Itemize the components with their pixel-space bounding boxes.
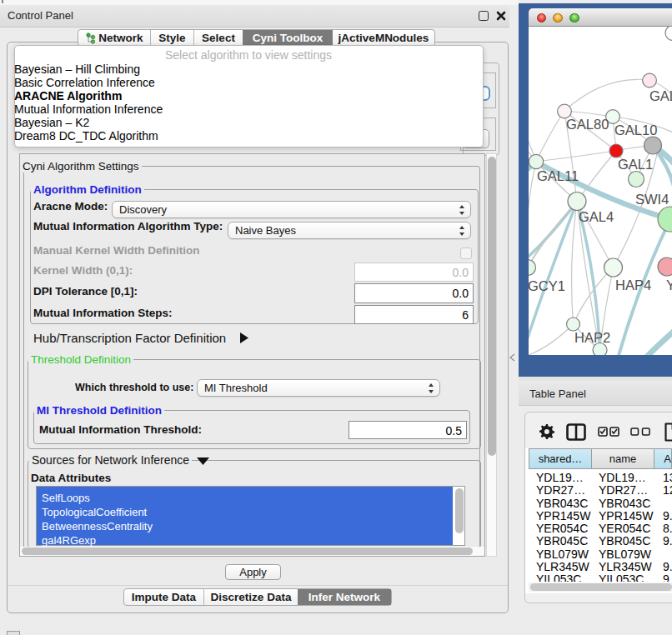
svg-text:GAL10: GAL10 [614, 122, 657, 138]
svg-text:GAL4: GAL4 [579, 209, 614, 224]
svg-text:GAL2: GAL2 [649, 88, 672, 103]
svg-text:GCY1: GCY1 [529, 278, 565, 293]
svg-text:SWI4: SWI4 [635, 192, 669, 207]
svg-text:GAL1: GAL1 [618, 157, 653, 172]
svg-text:GAL80: GAL80 [566, 117, 609, 132]
svg-text:HAP4: HAP4 [615, 278, 651, 292]
svg-text:HAP2: HAP2 [574, 330, 610, 345]
svg-text:GAL11: GAL11 [537, 168, 579, 183]
svg-text:YER: YER [666, 278, 672, 292]
